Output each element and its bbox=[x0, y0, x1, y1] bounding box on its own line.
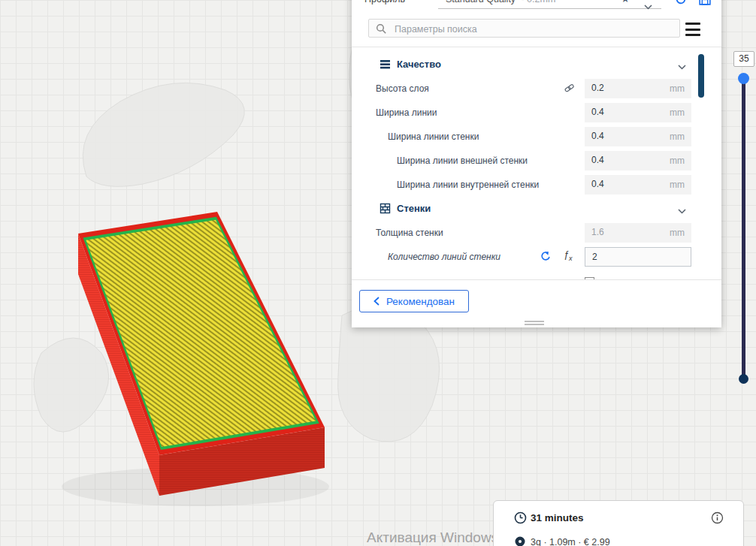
print-time: 31 minutes bbox=[531, 510, 584, 526]
layer-slider-lower-handle[interactable] bbox=[739, 374, 748, 384]
walls-icon bbox=[380, 203, 391, 216]
section-title: Стенки bbox=[397, 201, 431, 217]
setting-label: Количество линий стенки bbox=[388, 247, 500, 267]
chevron-left-icon bbox=[373, 297, 380, 306]
setting-value-field[interactable] bbox=[585, 247, 691, 267]
info-icon[interactable] bbox=[711, 511, 724, 527]
3d-viewport[interactable]: Активация Windows Профиль Standard Quali… bbox=[0, 0, 756, 546]
setting-value-field[interactable]: mm bbox=[585, 223, 691, 243]
setting-value-field[interactable]: mm bbox=[585, 175, 691, 195]
section-quality[interactable]: Качество bbox=[352, 56, 721, 73]
sliced-model[interactable] bbox=[78, 212, 325, 496]
setting-label: Высота слоя bbox=[376, 79, 429, 98]
search-icon bbox=[376, 23, 387, 35]
panel-drag-handle[interactable] bbox=[525, 321, 544, 327]
print-estimate-panel: 31 minutes 3g · 1.09m · € 2.99 bbox=[493, 500, 744, 546]
settings-list: Качество Высота слоя mm Ширина линии mm bbox=[352, 47, 721, 280]
sync-icon[interactable] bbox=[674, 0, 688, 6]
setting-row: Ширина линии внешней стенки mm bbox=[352, 151, 721, 170]
windows-activation-watermark: Активация Windows bbox=[367, 529, 498, 546]
chevron-down-icon bbox=[644, 0, 652, 17]
setting-row: Высота слоя mm bbox=[352, 79, 721, 98]
layer-number-badge: 35 bbox=[733, 51, 754, 67]
profile-value: Standard Quality bbox=[446, 0, 516, 5]
chevron-down-icon bbox=[678, 206, 686, 216]
profile-dropdown[interactable]: Standard Quality - 0.2mm ★ bbox=[438, 0, 661, 9]
star-icon: ★ bbox=[621, 0, 630, 9]
setting-row: Ширина линии внутренней стенки mm bbox=[352, 175, 721, 195]
profile-value-suffix: - 0.2mm bbox=[521, 0, 555, 5]
print-settings-panel: Профиль Standard Quality - 0.2mm ★ bbox=[352, 0, 721, 327]
settings-scrollbar[interactable] bbox=[698, 54, 704, 98]
quality-icon bbox=[380, 59, 391, 72]
setting-value-field[interactable]: mm bbox=[585, 79, 691, 98]
setting-label: Ширина линии внутренней стенки bbox=[397, 175, 539, 195]
link-icon[interactable] bbox=[562, 83, 577, 95]
layer-slider-upper-handle[interactable] bbox=[738, 73, 749, 84]
setting-value-field[interactable]: mm bbox=[585, 103, 691, 122]
setting-row: Ширина линии стенки mm bbox=[352, 127, 721, 146]
setting-row: Количество линий стенки ƒx bbox=[352, 247, 721, 267]
setting-label: Ширина линии bbox=[376, 103, 437, 122]
function-icon[interactable]: ƒx bbox=[564, 249, 572, 262]
setting-value-field[interactable]: mm bbox=[585, 127, 691, 146]
layer-slider-track[interactable] bbox=[742, 78, 745, 380]
model-top-infill bbox=[86, 220, 316, 447]
setting-row: Толщина стенки mm bbox=[352, 223, 721, 243]
search-input-wrap bbox=[368, 19, 680, 38]
setting-value-field[interactable]: mm bbox=[585, 151, 691, 170]
profile-label: Профиль bbox=[364, 0, 405, 8]
setting-label: Ширина линии стенки bbox=[388, 127, 479, 146]
section-title: Качество bbox=[397, 56, 441, 73]
menu-icon[interactable] bbox=[685, 23, 700, 40]
section-walls[interactable]: Стенки bbox=[352, 201, 721, 217]
recommended-mode-button[interactable]: Рекомендован bbox=[359, 290, 469, 312]
setting-row: Ширина линии mm bbox=[352, 103, 721, 122]
material-estimate: 3g · 1.09m · € 2.99 bbox=[531, 534, 610, 546]
setting-label: Ширина линии внешней стенки bbox=[397, 151, 528, 170]
clock-icon bbox=[514, 511, 527, 527]
search-input[interactable] bbox=[393, 20, 674, 38]
save-icon[interactable] bbox=[698, 0, 712, 6]
setting-label: Толщина стенки bbox=[376, 223, 443, 243]
revert-icon[interactable] bbox=[540, 251, 551, 264]
chevron-down-icon bbox=[678, 62, 686, 72]
material-spool-icon bbox=[514, 535, 526, 546]
